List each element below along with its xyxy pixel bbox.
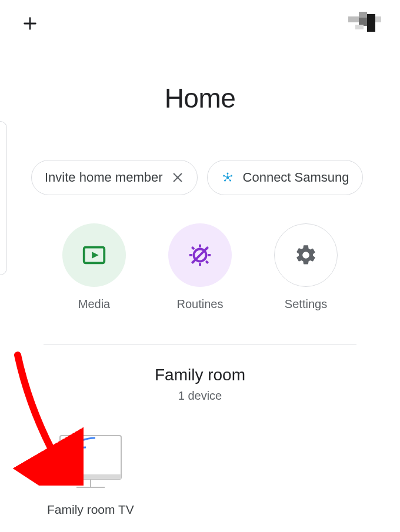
svg-rect-18 (60, 474, 121, 479)
play-rect-icon (81, 242, 108, 269)
quick-routines[interactable]: Routines (168, 223, 232, 311)
cast-tv-icon (55, 433, 126, 492)
gear-icon (294, 243, 318, 267)
plus-icon (22, 15, 38, 32)
divider (44, 344, 356, 344)
quick-media[interactable]: Media (62, 223, 126, 311)
chip-connect-samsung[interactable]: Connect Samsung (207, 160, 363, 195)
quick-label: Routines (177, 297, 224, 311)
svg-line-13 (192, 247, 194, 249)
quick-actions: Media Routines Settings (0, 223, 400, 311)
quick-label: Settings (285, 297, 327, 311)
media-circle (62, 223, 126, 287)
topbar (0, 0, 400, 47)
routines-icon (186, 242, 214, 269)
suggestion-chips: Invite home member Connect Samsung (0, 160, 400, 195)
routines-circle (168, 223, 232, 287)
device-family-room-tv[interactable]: Family room TV (47, 433, 134, 517)
smartthings-icon (221, 170, 235, 185)
add-button[interactable] (21, 15, 39, 32)
room-name: Family room (0, 366, 400, 384)
quick-settings[interactable]: Settings (274, 223, 338, 311)
close-icon[interactable] (171, 171, 184, 184)
svg-line-14 (206, 261, 208, 263)
left-edge-panel (0, 121, 7, 275)
chip-label: Connect Samsung (243, 170, 349, 185)
title-area: Home (0, 82, 400, 114)
account-avatar[interactable] (348, 12, 384, 35)
quick-label: Media (78, 297, 110, 311)
svg-rect-17 (60, 436, 121, 479)
chip-invite-member[interactable]: Invite home member (31, 160, 198, 195)
device-grid: Family room TV (0, 403, 400, 517)
settings-circle (274, 223, 338, 287)
room-subtitle: 1 device (0, 389, 400, 403)
svg-line-16 (206, 247, 208, 249)
page-title: Home (0, 82, 400, 114)
svg-line-15 (192, 261, 194, 263)
chip-label: Invite home member (45, 170, 163, 185)
room-header: Family room 1 device (0, 366, 400, 403)
device-label: Family room TV (47, 503, 134, 517)
